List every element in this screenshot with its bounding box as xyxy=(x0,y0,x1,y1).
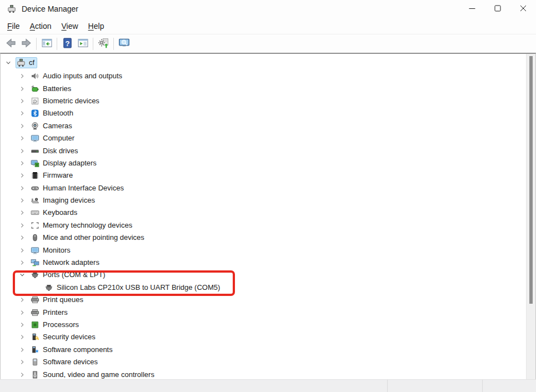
tree-item-printers[interactable]: Printers xyxy=(1,306,526,318)
tree-item-surface[interactable]: Sound, video and game controllers xyxy=(29,369,157,379)
tree-item-processors[interactable]: Processors xyxy=(1,319,526,331)
chevron-right-icon[interactable] xyxy=(18,72,27,81)
tree-item-ports-com-lpt[interactable]: Ports (COM & LPT) xyxy=(1,269,526,281)
tree-item-surface[interactable]: Memory technology devices xyxy=(29,220,135,231)
tree-item-surface[interactable]: Network adapters xyxy=(29,257,102,268)
scrollbar-thumb[interactable] xyxy=(529,56,533,304)
chevron-right-icon[interactable] xyxy=(18,333,27,341)
menu-action[interactable]: Action xyxy=(25,19,57,33)
menu-view[interactable]: View xyxy=(57,19,83,33)
tree-item-surface[interactable]: Mice and other pointing devices xyxy=(29,232,147,243)
close-button[interactable] xyxy=(510,0,536,18)
tree-item-human-interface-devices[interactable]: Human Interface Devices xyxy=(1,182,526,194)
tree-item-print-queues[interactable]: Print queues xyxy=(1,294,526,306)
tree-item-surface[interactable]: Monitors xyxy=(29,245,73,256)
tree-item-security-devices[interactable]: Security devices xyxy=(1,331,526,343)
tree-item-batteries[interactable]: Batteries xyxy=(1,82,526,94)
tree-item-surface[interactable]: Human Interface Devices xyxy=(29,183,127,194)
chevron-right-icon[interactable] xyxy=(18,184,27,193)
tree-item-network-adapters[interactable]: Network adapters xyxy=(1,257,526,269)
chevron-right-icon[interactable] xyxy=(18,221,27,230)
tree-item-silicon-labs-cp210x-usb-to-uart-bridge-com5[interactable]: Silicon Labs CP210x USB to UART Bridge (… xyxy=(1,282,526,294)
tree-item-surface[interactable]: Security devices xyxy=(29,331,98,343)
tree-item-mice-and-other-pointing-devices[interactable]: Mice and other pointing devices xyxy=(1,232,526,244)
tree-item-surface[interactable]: Bluetooth xyxy=(29,108,76,119)
tree-item-label: cf xyxy=(29,58,34,67)
chevron-right-icon[interactable] xyxy=(18,233,27,242)
tree-item-display-adapters[interactable]: Display adapters xyxy=(1,157,526,169)
disk-drive-icon xyxy=(31,147,39,155)
chevron-right-icon[interactable] xyxy=(18,109,27,118)
tree-item-surface[interactable]: Processors xyxy=(29,319,82,330)
chevron-down-icon[interactable] xyxy=(18,270,27,279)
tree-item-surface[interactable]: Software devices xyxy=(29,356,101,368)
chevron-down-icon[interactable] xyxy=(4,58,13,67)
tree-item-firmware[interactable]: Firmware xyxy=(1,169,526,182)
tree-item-biometric-devices[interactable]: Biometric devices xyxy=(1,95,526,107)
toolbar-forward-button[interactable] xyxy=(18,36,34,51)
tree-item-disk-drives[interactable]: Disk drives xyxy=(1,144,526,157)
tree-item-label: Monitors xyxy=(43,246,71,255)
chevron-right-icon[interactable] xyxy=(18,208,27,217)
toolbar-back-button[interactable] xyxy=(3,36,18,51)
chevron-right-icon[interactable] xyxy=(18,358,27,366)
tree-item-audio-inputs-and-outputs[interactable]: Audio inputs and outputs xyxy=(1,70,526,82)
tree-item-computer[interactable]: Computer xyxy=(1,132,526,144)
tree-item-keyboards[interactable]: Keyboards xyxy=(1,207,526,219)
chevron-right-icon[interactable] xyxy=(18,258,27,267)
tree-item-surface[interactable]: Batteries xyxy=(29,83,74,94)
tree-item-surface[interactable]: Printers xyxy=(29,307,71,318)
tree-item-imaging-devices[interactable]: Imaging devices xyxy=(1,194,526,207)
tree-item-surface[interactable]: Imaging devices xyxy=(29,195,98,206)
tree-item-surface[interactable]: Computer xyxy=(29,133,77,144)
tree-item-surface[interactable]: Software components xyxy=(29,344,116,355)
tree-item-surface[interactable]: Audio inputs and outputs xyxy=(29,71,125,82)
chevron-right-icon[interactable] xyxy=(18,308,27,317)
chevron-right-icon[interactable] xyxy=(18,97,27,105)
tree-item-surface[interactable]: Print queues xyxy=(29,294,86,305)
toolbar-scan-for-hardware-changes-button[interactable] xyxy=(96,36,111,51)
tree-item-cameras[interactable]: Cameras xyxy=(1,120,526,132)
toolbar-remote-computer-search-button[interactable] xyxy=(116,36,132,51)
tree-item-cf[interactable]: cf xyxy=(1,56,526,70)
tree-item-surface[interactable]: Ports (COM & LPT) xyxy=(29,269,108,280)
tree-item-surface[interactable]: Display adapters xyxy=(29,158,99,169)
toolbar-properties-button[interactable] xyxy=(75,36,91,51)
tree-item-memory-technology-devices[interactable]: Memory technology devices xyxy=(1,219,526,232)
tree-item-software-components[interactable]: Software components xyxy=(1,344,526,356)
tree-item-surface[interactable]: Keyboards xyxy=(29,207,80,218)
menu-help[interactable]: Help xyxy=(83,19,109,33)
chevron-right-icon[interactable] xyxy=(18,370,27,379)
tree-item-surface[interactable]: Disk drives xyxy=(29,145,81,157)
chevron-right-icon[interactable] xyxy=(18,134,27,143)
close-icon xyxy=(518,3,529,16)
toolbar-show-hide-console-tree-button[interactable] xyxy=(39,36,54,51)
tree-item-surface[interactable]: Firmware xyxy=(29,170,76,181)
chevron-right-icon[interactable] xyxy=(18,122,27,130)
chevron-right-icon[interactable] xyxy=(18,246,27,255)
maximize-button[interactable] xyxy=(485,0,510,18)
tree-item-bluetooth[interactable]: Bluetooth xyxy=(1,107,526,119)
chevron-right-icon[interactable] xyxy=(18,295,27,304)
tree-item-surface[interactable]: Cameras xyxy=(29,120,75,132)
chevron-right-icon[interactable] xyxy=(18,171,27,180)
back-arrow-icon xyxy=(5,37,17,51)
tree-item-surface[interactable]: cf xyxy=(16,57,37,68)
chevron-right-icon[interactable] xyxy=(18,84,27,93)
monitor-icon xyxy=(31,246,39,255)
menu-file[interactable]: File xyxy=(2,19,25,33)
chevron-right-icon[interactable] xyxy=(18,345,27,354)
chevron-right-icon[interactable] xyxy=(18,196,27,205)
tree-item-monitors[interactable]: Monitors xyxy=(1,244,526,256)
tree-item-surface[interactable]: Biometric devices xyxy=(29,96,102,107)
chevron-right-icon[interactable] xyxy=(18,159,27,168)
tree-item-label: Memory technology devices xyxy=(43,221,132,230)
chevron-right-icon[interactable] xyxy=(18,320,27,329)
toolbar-help-button[interactable]: ? xyxy=(59,36,75,51)
tree-item-surface[interactable]: Silicon Labs CP210x USB to UART Bridge (… xyxy=(43,282,223,293)
tree-item-software-devices[interactable]: Software devices xyxy=(1,356,526,368)
tree-item-sound-video-and-game-controllers[interactable]: Sound, video and game controllers xyxy=(1,368,526,379)
chevron-right-icon[interactable] xyxy=(18,147,27,155)
minimize-button[interactable] xyxy=(459,0,485,18)
vertical-scrollbar[interactable] xyxy=(526,54,535,379)
